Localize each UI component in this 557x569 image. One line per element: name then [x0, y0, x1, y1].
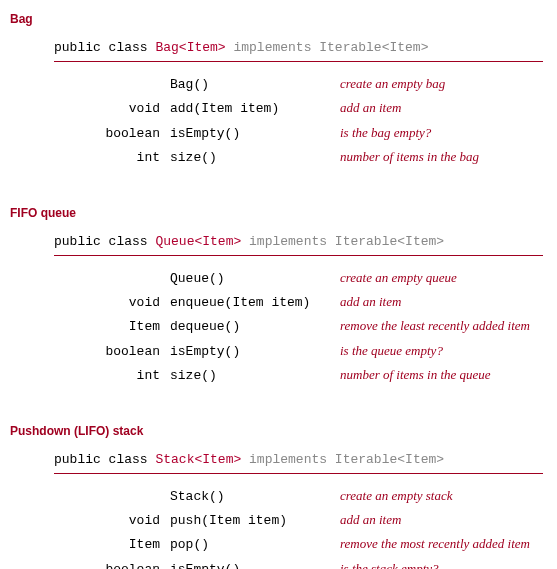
- method-signature: isEmpty(): [170, 122, 340, 145]
- signature-implements: implements Iterable<Item>: [241, 234, 444, 249]
- section-queue: FIFO queue public class Queue<Item> impl…: [10, 206, 547, 388]
- return-type: int: [10, 364, 170, 387]
- class-signature: public class Stack<Item> implements Iter…: [54, 448, 543, 474]
- api-row: boolean isEmpty() is the bag empty?: [10, 121, 547, 145]
- api-row: Item dequeue() remove the least recently…: [10, 314, 547, 338]
- method-description: add an item: [340, 508, 547, 531]
- class-signature: public class Queue<Item> implements Iter…: [54, 230, 543, 256]
- signature-keyword: public class: [54, 234, 155, 249]
- signature-classname: Queue<Item>: [155, 234, 241, 249]
- method-description: create an empty queue: [340, 266, 547, 289]
- method-signature: isEmpty(): [170, 558, 340, 569]
- return-type: boolean: [10, 340, 170, 363]
- api-row: int size() number of items in the bag: [10, 145, 547, 169]
- api-row: void add(Item item) add an item: [10, 96, 547, 120]
- method-description: is the stack empty?: [340, 557, 547, 569]
- signature-implements: implements Iterable<Item>: [226, 40, 429, 55]
- method-description: number of items in the bag: [340, 145, 547, 168]
- method-description: remove the least recently added item: [340, 314, 547, 337]
- api-row: Queue() create an empty queue: [10, 266, 547, 290]
- return-type: boolean: [10, 122, 170, 145]
- method-description: create an empty stack: [340, 484, 547, 507]
- signature-implements: implements Iterable<Item>: [241, 452, 444, 467]
- signature-keyword: public class: [54, 452, 155, 467]
- return-type: int: [10, 146, 170, 169]
- section-title: FIFO queue: [10, 206, 547, 220]
- method-signature: size(): [170, 364, 340, 387]
- api-row: int size() number of items in the queue: [10, 363, 547, 387]
- return-type: boolean: [10, 558, 170, 569]
- method-signature: isEmpty(): [170, 340, 340, 363]
- method-signature: dequeue(): [170, 315, 340, 338]
- method-signature: add(Item item): [170, 97, 340, 120]
- signature-classname: Stack<Item>: [155, 452, 241, 467]
- section-stack: Pushdown (LIFO) stack public class Stack…: [10, 424, 547, 569]
- method-signature: Stack(): [170, 485, 340, 508]
- signature-keyword: public class: [54, 40, 155, 55]
- section-title: Pushdown (LIFO) stack: [10, 424, 547, 438]
- api-row: void push(Item item) add an item: [10, 508, 547, 532]
- section-title: Bag: [10, 12, 547, 26]
- method-description: is the queue empty?: [340, 339, 547, 362]
- return-type: void: [10, 291, 170, 314]
- api-row: Stack() create an empty stack: [10, 484, 547, 508]
- method-description: is the bag empty?: [340, 121, 547, 144]
- return-type: void: [10, 97, 170, 120]
- signature-classname: Bag<Item>: [155, 40, 225, 55]
- method-signature: Queue(): [170, 267, 340, 290]
- api-row: boolean isEmpty() is the stack empty?: [10, 557, 547, 569]
- method-description: remove the most recently added item: [340, 532, 547, 555]
- return-type: Item: [10, 315, 170, 338]
- return-type: Item: [10, 533, 170, 556]
- method-description: create an empty bag: [340, 72, 547, 95]
- method-signature: pop(): [170, 533, 340, 556]
- method-description: number of items in the queue: [340, 363, 547, 386]
- api-row: boolean isEmpty() is the queue empty?: [10, 339, 547, 363]
- method-description: add an item: [340, 96, 547, 119]
- method-signature: size(): [170, 146, 340, 169]
- return-type: void: [10, 509, 170, 532]
- method-signature: Bag(): [170, 73, 340, 96]
- class-signature: public class Bag<Item> implements Iterab…: [54, 36, 543, 62]
- method-description: add an item: [340, 290, 547, 313]
- method-signature: enqueue(Item item): [170, 291, 340, 314]
- method-signature: push(Item item): [170, 509, 340, 532]
- api-row: Bag() create an empty bag: [10, 72, 547, 96]
- api-row: Item pop() remove the most recently adde…: [10, 532, 547, 556]
- section-bag: Bag public class Bag<Item> implements It…: [10, 12, 547, 170]
- api-row: void enqueue(Item item) add an item: [10, 290, 547, 314]
